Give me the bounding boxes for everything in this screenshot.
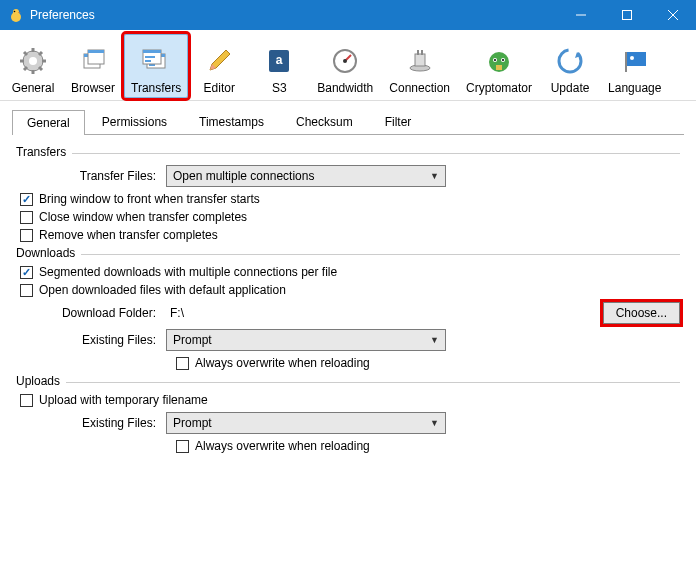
minimize-button[interactable]: [558, 0, 604, 30]
update-icon: [554, 45, 586, 77]
existing-files-upload-select[interactable]: Prompt ▼: [166, 412, 446, 434]
uploads-group: Uploads Upload with temporary filename E…: [16, 382, 680, 453]
app-icon: [8, 7, 24, 23]
uploads-legend: Uploads: [16, 374, 66, 388]
existing-files-label: Existing Files:: [16, 333, 166, 347]
checkbox-icon: [176, 357, 189, 370]
chevron-down-icon: ▼: [430, 171, 439, 181]
toolbar-editor[interactable]: Editor: [190, 34, 248, 98]
svg-point-33: [343, 59, 347, 63]
checkbox-icon: [20, 284, 33, 297]
open-default-checkbox[interactable]: Open downloaded files with default appli…: [20, 283, 680, 297]
transfers-group: Transfers Transfer Files: Open multiple …: [16, 153, 680, 242]
svg-line-14: [39, 67, 42, 70]
s3-icon: a: [263, 45, 295, 77]
tab-permissions[interactable]: Permissions: [87, 109, 182, 134]
titlebar: Preferences: [0, 0, 696, 30]
checkbox-icon: [176, 440, 189, 453]
existing-files-upload-label: Existing Files:: [16, 416, 166, 430]
maximize-button[interactable]: [604, 0, 650, 30]
svg-rect-28: [145, 60, 151, 62]
transfers-icon: [140, 45, 172, 77]
toolbar-language[interactable]: Language: [601, 34, 668, 98]
checkbox-icon: [20, 229, 33, 242]
choose-button[interactable]: Choose...: [603, 302, 680, 324]
svg-rect-37: [421, 50, 423, 55]
window-title: Preferences: [30, 8, 558, 22]
pencil-icon: [203, 45, 235, 77]
toolbar-connection[interactable]: Connection: [382, 34, 457, 98]
content-pane: Transfers Transfer Files: Open multiple …: [0, 135, 696, 467]
toolbar-update[interactable]: Update: [541, 34, 599, 98]
svg-rect-4: [623, 11, 632, 20]
tab-timestamps[interactable]: Timestamps: [184, 109, 279, 134]
svg-rect-36: [417, 50, 419, 55]
gear-icon: [17, 45, 49, 77]
checkbox-icon: [20, 394, 33, 407]
tab-general[interactable]: General: [12, 110, 85, 135]
toolbar-general[interactable]: General: [4, 34, 62, 98]
toolbar-bandwidth[interactable]: Bandwidth: [310, 34, 380, 98]
downloads-group: Downloads Segmented downloads with multi…: [16, 254, 680, 370]
toolbar-transfers[interactable]: Transfers: [124, 34, 188, 98]
svg-point-46: [630, 56, 634, 60]
gauge-icon: [329, 45, 361, 77]
svg-point-41: [494, 59, 496, 61]
svg-point-2: [14, 11, 16, 13]
svg-rect-27: [145, 56, 155, 58]
svg-rect-20: [88, 50, 104, 53]
cryptomator-icon: [483, 45, 515, 77]
transfer-files-label: Transfer Files:: [16, 169, 166, 183]
chevron-down-icon: ▼: [430, 418, 439, 428]
bring-front-checkbox[interactable]: Bring window to front when transfer star…: [20, 192, 680, 206]
svg-rect-43: [496, 65, 502, 70]
close-button[interactable]: [650, 0, 696, 30]
download-folder-label: Download Folder:: [16, 306, 166, 320]
connection-icon: [404, 45, 436, 77]
svg-line-16: [24, 67, 27, 70]
tabstrip: General Permissions Timestamps Checksum …: [0, 101, 696, 134]
segmented-checkbox[interactable]: Segmented downloads with multiple connec…: [20, 265, 680, 279]
chevron-down-icon: ▼: [430, 335, 439, 345]
browser-icon: [77, 45, 109, 77]
toolbar: General Browser Transfers Editor a S3 Ba…: [0, 30, 696, 101]
flag-icon: [619, 45, 651, 77]
svg-rect-35: [415, 54, 425, 66]
svg-point-8: [29, 57, 37, 65]
svg-line-13: [24, 52, 27, 55]
existing-files-download-select[interactable]: Prompt ▼: [166, 329, 446, 351]
checkbox-icon: [20, 193, 33, 206]
checkbox-icon: [20, 266, 33, 279]
toolbar-browser[interactable]: Browser: [64, 34, 122, 98]
transfer-files-select[interactable]: Open multiple connections ▼: [166, 165, 446, 187]
always-overwrite-upload-checkbox[interactable]: Always overwrite when reloading: [176, 439, 680, 453]
download-folder-value: F:\: [166, 306, 184, 320]
close-complete-checkbox[interactable]: Close window when transfer completes: [20, 210, 680, 224]
temp-filename-checkbox[interactable]: Upload with temporary filename: [20, 393, 680, 407]
toolbar-cryptomator[interactable]: Cryptomator: [459, 34, 539, 98]
svg-rect-26: [143, 50, 161, 53]
svg-point-42: [502, 59, 504, 61]
tab-filter[interactable]: Filter: [370, 109, 427, 134]
downloads-legend: Downloads: [16, 246, 81, 260]
remove-complete-checkbox[interactable]: Remove when transfer completes: [20, 228, 680, 242]
svg-text:a: a: [276, 53, 283, 67]
tab-checksum[interactable]: Checksum: [281, 109, 368, 134]
svg-line-15: [39, 52, 42, 55]
svg-rect-45: [626, 52, 646, 66]
toolbar-s3[interactable]: a S3: [250, 34, 308, 98]
transfers-legend: Transfers: [16, 145, 72, 159]
checkbox-icon: [20, 211, 33, 224]
always-overwrite-download-checkbox[interactable]: Always overwrite when reloading: [176, 356, 680, 370]
